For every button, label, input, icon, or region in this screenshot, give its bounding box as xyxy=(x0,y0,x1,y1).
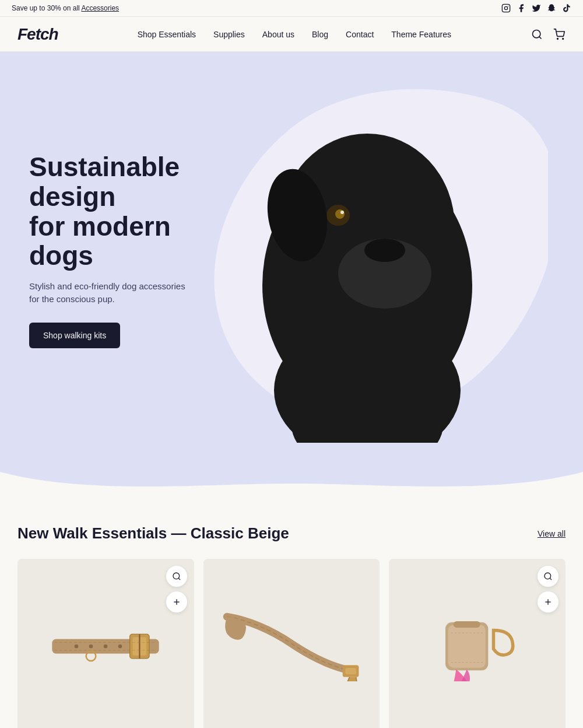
snapchat-icon[interactable] xyxy=(547,4,556,13)
svg-line-46 xyxy=(550,578,552,580)
products-section: New Walk Essentials — Classic Beige View… xyxy=(0,495,583,728)
svg-point-2 xyxy=(508,6,508,6)
svg-line-4 xyxy=(539,36,542,38)
product-search-btn-collar[interactable] xyxy=(166,566,187,587)
social-icons-bar xyxy=(501,4,571,13)
svg-rect-40 xyxy=(448,625,485,667)
nav-blog[interactable]: Blog xyxy=(312,30,328,39)
site-header: Fetch Shop Essentials Supplies About us … xyxy=(0,17,583,52)
svg-line-34 xyxy=(178,578,180,580)
twitter-icon[interactable] xyxy=(532,4,541,13)
tiktok-icon[interactable] xyxy=(562,4,571,13)
wave-divider xyxy=(0,449,583,495)
svg-rect-41 xyxy=(453,621,480,628)
svg-point-45 xyxy=(545,573,551,579)
accessories-link[interactable]: Accessories xyxy=(81,4,119,12)
site-logo[interactable]: Fetch xyxy=(17,25,58,44)
product-search-btn-bag[interactable] xyxy=(538,566,559,587)
nav-about[interactable]: About us xyxy=(262,30,294,39)
svg-point-23 xyxy=(75,645,79,649)
svg-point-33 xyxy=(173,573,180,579)
products-section-title: New Walk Essentials — Classic Beige xyxy=(17,524,289,542)
svg-rect-38 xyxy=(345,668,356,674)
product-add-btn-bag[interactable] xyxy=(538,592,559,612)
hero-subtext: Stylish and eco-friendly dog accessories… xyxy=(29,280,192,306)
nav-supplies[interactable]: Supplies xyxy=(213,30,245,39)
svg-point-24 xyxy=(89,645,93,649)
hero-section: Sustainable design for modern dogs Styli… xyxy=(0,52,583,449)
product-actions-bag-holder xyxy=(538,566,559,612)
hero-heading: Sustainable design for modern dogs xyxy=(29,152,192,270)
svg-rect-0 xyxy=(502,4,510,12)
announcement-text: Save up to 30% on all Accessories xyxy=(12,4,119,12)
svg-point-13 xyxy=(340,211,344,214)
hero-content: Sustainable design for modern dogs Styli… xyxy=(0,106,222,394)
view-all-link[interactable]: View all xyxy=(538,529,566,538)
svg-point-5 xyxy=(557,38,559,39)
product-card-collar[interactable]: Beige Dog Collar $4000 xyxy=(17,559,194,728)
svg-point-6 xyxy=(563,38,564,39)
nav-contact[interactable]: Contact xyxy=(346,30,374,39)
svg-point-26 xyxy=(118,645,122,649)
cart-icon[interactable] xyxy=(553,28,566,41)
facebook-icon[interactable] xyxy=(517,4,526,13)
product-image-leash xyxy=(203,559,380,728)
nav-shop-essentials[interactable]: Shop Essentials xyxy=(138,30,196,39)
hero-cta-button[interactable]: Shop walking kits xyxy=(29,323,120,348)
svg-point-10 xyxy=(364,239,405,262)
hero-dog-image xyxy=(204,64,507,443)
nav-theme-features[interactable]: Theme Features xyxy=(391,30,451,39)
product-add-btn-collar[interactable] xyxy=(166,592,187,612)
svg-point-1 xyxy=(504,6,507,9)
instagram-icon[interactable] xyxy=(501,4,511,13)
search-icon[interactable] xyxy=(531,28,543,41)
main-nav: Shop Essentials Supplies About us Blog C… xyxy=(138,30,451,39)
announcement-bar: Save up to 30% on all Accessories xyxy=(0,0,583,17)
svg-point-25 xyxy=(104,645,108,649)
header-actions xyxy=(531,28,566,41)
product-actions-collar xyxy=(166,566,187,612)
svg-point-3 xyxy=(533,30,540,37)
products-grid: Beige Dog Collar $4000 xyxy=(17,559,566,728)
product-card-bag-holder[interactable]: Beige Poop Bag Holder $3000 xyxy=(389,559,566,728)
products-header: New Walk Essentials — Classic Beige View… xyxy=(17,524,566,542)
product-card-leash[interactable]: Beige Dog Leash $4000 xyxy=(203,559,380,728)
svg-point-12 xyxy=(335,209,345,219)
